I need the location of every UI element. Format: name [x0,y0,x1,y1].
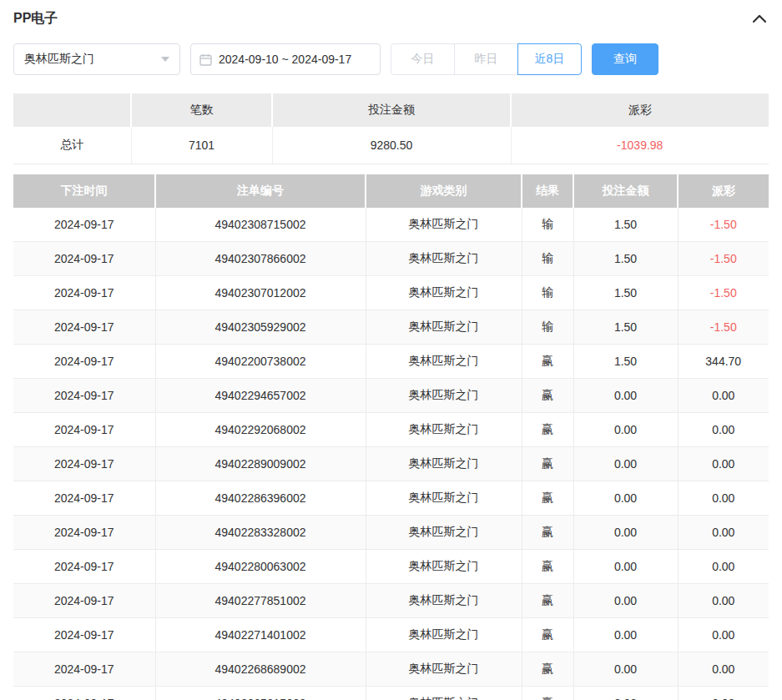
cell-order-no: 49402308715002 [155,208,366,242]
cell-bet-time: 2024-09-17 [13,584,155,618]
summary-payout-value: -1039.98 [511,127,769,164]
cell-order-no: 49402280063002 [155,550,366,584]
cell-result: 赢 [522,618,573,652]
cell-order-no: 49402268689002 [155,652,366,687]
cell-bet-amount: 1.50 [573,276,678,310]
cell-payout: -1.50 [678,310,769,345]
cell-order-no: 49402305929002 [155,310,366,345]
cell-result: 赢 [522,447,573,481]
col-header-game-type: 游戏类别 [366,174,522,208]
cell-bet-time: 2024-09-17 [13,516,155,550]
cell-bet-amount: 0.00 [573,584,678,618]
cell-bet-time: 2024-09-17 [13,345,155,379]
table-row: 2024-09-17 49402286396002 奥林匹斯之门 赢 0.00 … [13,481,769,516]
today-button[interactable]: 今日 [391,43,455,75]
cell-result: 输 [522,208,573,242]
cell-result: 赢 [522,345,573,379]
cell-order-no: 49402307866002 [155,242,366,276]
caret-down-icon [161,57,169,62]
summary-total-row: 总计 7101 9280.50 -1039.98 [13,127,769,164]
summary-header-row: 笔数 投注金额 派彩 [13,93,769,127]
cell-payout: 344.70 [678,345,769,379]
table-row: 2024-09-17 49402277851002 奥林匹斯之门 赢 0.00 … [13,584,769,618]
collapse-chevron-up-icon[interactable] [750,12,769,25]
cell-game-type: 奥林匹斯之门 [366,208,522,242]
col-header-result: 结果 [522,174,573,208]
bet-table-body: 2024-09-17 49402308715002 奥林匹斯之门 输 1.50 … [13,208,769,700]
table-row: 2024-09-17 49402307866002 奥林匹斯之门 输 1.50 … [13,242,769,276]
cell-bet-amount: 0.00 [573,618,678,652]
cell-order-no: 49402292068002 [155,413,366,447]
col-header-bet-time: 下注时间 [13,174,155,208]
cell-payout: -1.50 [678,242,769,276]
cell-bet-amount: 1.50 [573,208,678,242]
cell-bet-time: 2024-09-17 [13,550,155,584]
cell-game-type: 奥林匹斯之门 [366,618,522,652]
cell-bet-amount: 0.00 [573,481,678,516]
panel-title: PP电子 [13,10,58,28]
cell-result: 赢 [522,516,573,550]
date-range-picker[interactable]: 2024-09-10 ~ 2024-09-17 [190,43,381,75]
col-header-payout: 派彩 [678,174,769,208]
quick-range-group: 今日 昨日 近8日 [391,43,582,75]
cell-bet-amount: 1.50 [573,310,678,345]
bet-records-table: 下注时间 注单编号 游戏类别 结果 投注金额 派彩 2024-09-17 494… [13,174,769,700]
cell-game-type: 奥林匹斯之门 [366,584,522,618]
cell-bet-time: 2024-09-17 [13,413,155,447]
cell-game-type: 奥林匹斯之门 [366,550,522,584]
cell-bet-amount: 0.00 [573,413,678,447]
cell-game-type: 奥林匹斯之门 [366,379,522,413]
cell-game-type: 奥林匹斯之门 [366,413,522,447]
filter-bar: 奥林匹斯之门 2024-09-10 ~ 2024-09-17 今日 昨日 近8日… [13,43,769,75]
summary-table: 笔数 投注金额 派彩 总计 7101 9280.50 -1039.98 [13,93,769,164]
cell-bet-time: 2024-09-17 [13,481,155,516]
cell-payout: 0.00 [678,481,769,516]
cell-result: 赢 [522,379,573,413]
cell-result: 赢 [522,481,573,516]
cell-bet-amount: 0.00 [573,550,678,584]
cell-result: 赢 [522,687,573,700]
cell-bet-time: 2024-09-17 [13,447,155,481]
cell-order-no: 49402307012002 [155,276,366,310]
cell-result: 赢 [522,584,573,618]
cell-order-no: 49402271401002 [155,618,366,652]
cell-order-no: 49402265615002 [155,687,366,700]
table-row: 2024-09-17 49402271401002 奥林匹斯之门 赢 0.00 … [13,618,769,652]
cell-bet-amount: 0.00 [573,379,678,413]
table-row: 2024-09-17 49402200738002 奥林匹斯之门 赢 1.50 … [13,345,769,379]
cell-order-no: 49402277851002 [155,584,366,618]
game-select[interactable]: 奥林匹斯之门 [13,43,180,75]
cell-bet-time: 2024-09-17 [13,687,155,700]
cell-bet-time: 2024-09-17 [13,310,155,345]
table-row: 2024-09-17 49402283328002 奥林匹斯之门 赢 0.00 … [13,516,769,550]
game-select-value: 奥林匹斯之门 [24,52,94,67]
cell-payout: 0.00 [678,413,769,447]
cell-game-type: 奥林匹斯之门 [366,242,522,276]
cell-payout: 0.00 [678,516,769,550]
cell-payout: 0.00 [678,584,769,618]
cell-game-type: 奥林匹斯之门 [366,345,522,379]
pp-electronic-panel: PP电子 奥林匹斯之门 2024-09-10 ~ 2024-09-17 今日 昨… [0,0,782,700]
yesterday-button[interactable]: 昨日 [454,43,518,75]
last-8-days-button[interactable]: 近8日 [517,43,582,75]
summary-header-empty [13,93,131,127]
date-range-value: 2024-09-10 ~ 2024-09-17 [219,53,351,66]
cell-payout: 0.00 [678,687,769,700]
cell-order-no: 49402283328002 [155,516,366,550]
cell-payout: 0.00 [678,379,769,413]
cell-bet-time: 2024-09-17 [13,379,155,413]
cell-payout: -1.50 [678,276,769,310]
cell-bet-amount: 1.50 [573,345,678,379]
cell-payout: 0.00 [678,618,769,652]
summary-count-value: 7101 [131,127,272,164]
cell-bet-amount: 1.50 [573,242,678,276]
summary-header-count: 笔数 [131,93,272,127]
query-button[interactable]: 查询 [592,43,658,75]
table-row: 2024-09-17 49402292068002 奥林匹斯之门 赢 0.00 … [13,413,769,447]
cell-result: 赢 [522,550,573,584]
cell-game-type: 奥林匹斯之门 [366,516,522,550]
panel-header: PP电子 [13,7,769,30]
col-header-bet-amount: 投注金额 [573,174,678,208]
cell-payout: 0.00 [678,652,769,687]
cell-bet-amount: 0.00 [573,687,678,700]
